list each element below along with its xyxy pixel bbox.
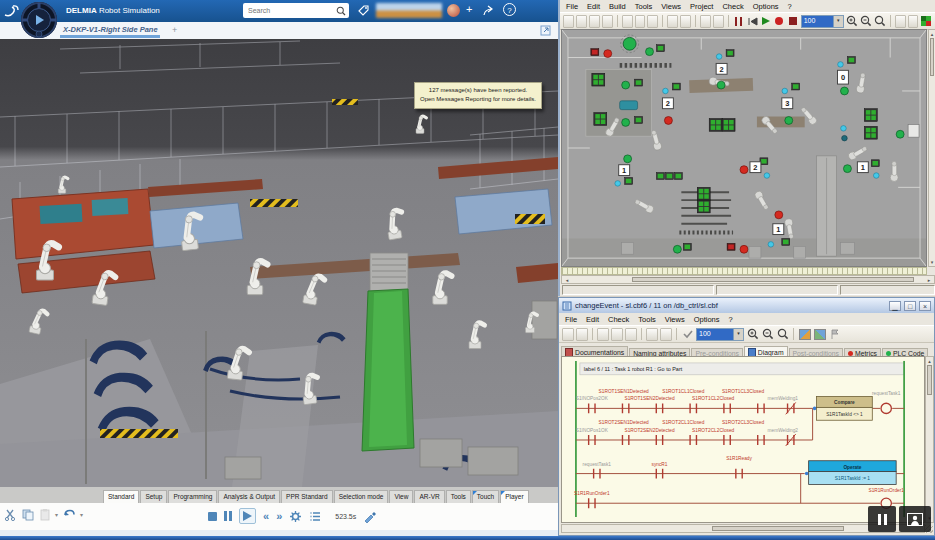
expand-icon[interactable] (540, 25, 551, 36)
check-icon[interactable] (681, 328, 694, 341)
zoom-combobox[interactable]: 100 ▾ (696, 328, 744, 341)
menu-item[interactable]: Edit (586, 315, 599, 324)
pause-button[interactable] (224, 511, 232, 521)
paste-dropdown-caret[interactable]: ▾ (55, 511, 58, 518)
menu-item[interactable]: Check (608, 315, 629, 324)
add-app-button[interactable]: + (466, 3, 472, 15)
document-tab[interactable]: X-DKP-V1-Right Side Pane (63, 25, 158, 34)
edit-mode-icon[interactable] (700, 15, 711, 28)
scrollbar-thumb[interactable] (927, 365, 932, 395)
menu-item[interactable]: Views (665, 315, 685, 324)
paste-icon[interactable] (647, 15, 658, 28)
ladder-titlebar[interactable]: changeEvent - sl.cbf6 / 11 on /db_ctrl/s… (559, 298, 934, 313)
zoom-out-icon[interactable] (860, 15, 872, 28)
sim-record-icon[interactable] (773, 15, 785, 28)
probe-pen-icon[interactable] (363, 510, 377, 523)
ribbon-tab-tools[interactable]: Tools (446, 490, 471, 503)
panel2-icon[interactable] (908, 15, 919, 28)
print-icon[interactable] (602, 15, 613, 28)
video-pause-button[interactable] (868, 506, 896, 532)
rewind-icon[interactable]: « (263, 511, 269, 521)
ribbon-tab-selection[interactable]: Selection mode (334, 490, 389, 503)
ribbon-tab-arvr[interactable]: AR-VR (414, 490, 444, 503)
tag-icon[interactable] (357, 4, 370, 17)
zoom-combobox[interactable]: 100 ▾ (801, 15, 844, 28)
stop-button[interactable] (208, 512, 217, 521)
ribbon-tab-player[interactable]: Player (500, 490, 528, 503)
menu-item[interactable]: ? (788, 2, 792, 11)
paste-icon[interactable] (625, 328, 637, 341)
sim-step-icon[interactable] (746, 15, 758, 28)
presenter-pip-button[interactable] (899, 506, 931, 532)
menu-item[interactable]: ? (729, 315, 733, 324)
undo-icon[interactable] (62, 508, 76, 521)
schedule-list-icon[interactable] (309, 510, 322, 523)
image2-icon[interactable] (813, 328, 826, 341)
menu-item[interactable]: Check (722, 2, 743, 11)
layout-horizontal-scrollbar[interactable]: ◂ ▸ (561, 275, 935, 284)
new-tab-button[interactable]: + (172, 25, 177, 35)
redo-icon[interactable] (680, 15, 691, 28)
paste-icon[interactable] (38, 508, 51, 521)
menu-item[interactable]: Tools (635, 2, 653, 11)
close-button[interactable]: × (919, 301, 931, 311)
ribbon-tab-analysis[interactable]: Analysis & Output (218, 490, 280, 503)
zoom-fit-icon[interactable] (776, 328, 789, 341)
ladder-vertical-scrollbar[interactable]: ▴ ▾ (925, 356, 934, 523)
maximize-button[interactable]: □ (904, 301, 916, 311)
menu-item[interactable]: Options (753, 2, 779, 11)
save-icon[interactable] (589, 15, 600, 28)
combo-dropdown-caret[interactable]: ▾ (733, 329, 743, 340)
zoom-in-icon[interactable] (846, 15, 858, 28)
play-button[interactable] (239, 508, 256, 524)
copy-icon[interactable] (21, 508, 34, 521)
undo-icon[interactable] (646, 328, 658, 341)
undo-dropdown-caret[interactable]: ▾ (80, 511, 83, 518)
scroll-down-arrow[interactable]: ▾ (929, 259, 935, 265)
new-icon[interactable] (563, 15, 574, 28)
compare-block[interactable]: Compare S1R1TaskId <> 1 (817, 397, 873, 421)
scroll-left-arrow[interactable]: ◂ (564, 277, 570, 283)
menu-item[interactable]: File (566, 2, 578, 11)
share-icon[interactable] (482, 4, 496, 17)
menu-item[interactable]: Views (661, 2, 681, 11)
fast-forward-icon[interactable]: » (276, 511, 282, 521)
scrollbar-thumb[interactable] (712, 526, 844, 531)
plant-layout-canvas[interactable]: 2 2 3 0 1 2 1 1 (561, 29, 927, 267)
compass-widget[interactable] (20, 1, 58, 39)
scroll-up-arrow[interactable]: ▴ (929, 31, 935, 37)
player-settings-gear-icon[interactable] (289, 510, 302, 523)
layout-vertical-scrollbar[interactable]: ▴ ▾ (928, 29, 935, 267)
minimize-button[interactable]: ▁ (889, 301, 901, 311)
print-icon[interactable] (576, 328, 588, 341)
menu-item[interactable]: File (565, 315, 577, 324)
cut-icon[interactable] (597, 328, 609, 341)
scroll-up-arrow[interactable]: ▴ (926, 358, 933, 364)
search-input[interactable] (246, 6, 336, 15)
ribbon-tab-standard[interactable]: Standard (103, 490, 139, 503)
ribbon-tab-view[interactable]: View (389, 490, 413, 503)
combo-dropdown-caret[interactable]: ▾ (833, 16, 843, 27)
scrollbar-thumb[interactable] (930, 38, 934, 76)
avatar[interactable] (447, 4, 460, 17)
help-button[interactable]: ? (503, 3, 516, 16)
image-icon[interactable] (798, 328, 811, 341)
flag-icon[interactable] (828, 328, 841, 341)
ribbon-tab-programming[interactable]: Programming (168, 490, 217, 503)
zoom-in-icon[interactable] (746, 328, 759, 341)
zoom-out-icon[interactable] (761, 328, 774, 341)
menu-item[interactable]: Build (609, 2, 626, 11)
open-icon[interactable] (576, 15, 587, 28)
3d-viewport[interactable]: 127 message(s) have been reported. Open … (0, 39, 558, 487)
cut-icon[interactable] (622, 15, 633, 28)
sim-play-icon[interactable] (760, 15, 772, 28)
ribbon-tab-touch[interactable]: Touch (472, 490, 499, 503)
redo-icon[interactable] (660, 328, 672, 341)
user-account-redacted[interactable] (376, 3, 442, 18)
copy-icon[interactable] (611, 328, 623, 341)
scrollbar-thumb[interactable] (632, 277, 914, 282)
ruler-icon[interactable] (713, 15, 724, 28)
status-grid-icon[interactable] (920, 15, 932, 28)
menu-item[interactable]: Edit (587, 2, 600, 11)
menu-item[interactable]: Tools (638, 315, 656, 324)
